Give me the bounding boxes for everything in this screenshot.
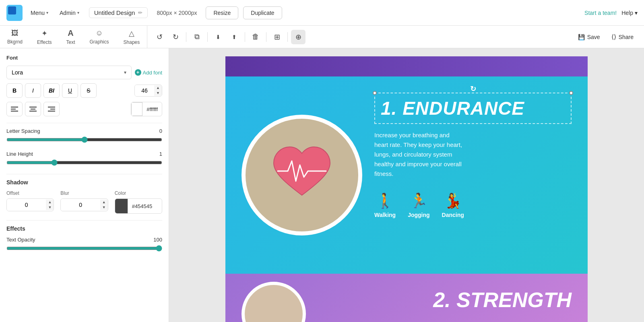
text-color-picker[interactable]: #ffffff [131, 102, 162, 116]
canvas-circle-wrap [242, 89, 362, 262]
activity-row: 🚶 Walking 🏃 Jogging 💃 Dancing [374, 188, 572, 218]
resize-button[interactable]: Resize [206, 6, 238, 19]
size-arrows: ▲ ▼ [154, 85, 162, 96]
align-center-button[interactable] [25, 102, 41, 116]
app-logo[interactable] [6, 5, 23, 21]
shadow-blur-down[interactable]: ▼ [100, 205, 108, 210]
save-button[interactable]: 💾 Save [574, 31, 604, 43]
line-height-section: Line Height 1 [6, 151, 162, 167]
shadow-blur-field: Blur ▲ ▼ [60, 190, 108, 214]
dimensions-button[interactable]: 800px × 2000px [153, 7, 201, 19]
edit-title-icon: ✏ [138, 10, 142, 16]
endurance-title-box[interactable]: 1. ENDURANCE [374, 93, 572, 124]
tab-shapes[interactable]: △ Shapes [116, 26, 147, 48]
shadow-blur-input[interactable]: ▲ ▼ [60, 198, 108, 211]
toolbar-tabs: 🖼 Bkgrnd ✦ Effects A Text ☺ Graphics △ S… [0, 26, 147, 48]
shadow-blur-value[interactable] [61, 199, 100, 211]
undo-button[interactable]: ↺ [152, 30, 167, 44]
letter-spacing-slider[interactable] [6, 136, 162, 143]
font-section-label: Font [6, 55, 162, 61]
add-font-plus-icon: + [135, 69, 141, 76]
text-opacity-header: Text Opacity 100 [6, 237, 162, 243]
effects-header: Effects [6, 225, 162, 232]
main-content: Font Lora ▾ + Add font B I BI U S [0, 48, 644, 322]
shadow-controls: Offset ▲ ▼ Blur ▲ [6, 190, 162, 214]
bold-button[interactable]: B [6, 83, 23, 98]
selection-handle-tl [373, 91, 377, 95]
tab-graphics[interactable]: ☺ Graphics [83, 26, 116, 48]
toolbar-right: 💾 Save ⟨⟩ Share [568, 31, 644, 43]
size-up-button[interactable]: ▲ [154, 85, 162, 91]
divider-1 [6, 123, 162, 123]
letter-spacing-value: 0 [159, 128, 162, 134]
toolbar: 🖼 Bkgrnd ✦ Effects A Text ☺ Graphics △ S… [0, 26, 644, 48]
shapes-icon: △ [129, 29, 134, 38]
shadow-color-picker[interactable]: #454545 [115, 198, 162, 214]
help-button[interactable]: Help ▾ [621, 10, 638, 16]
grid-button[interactable]: ⊞ [270, 30, 284, 44]
share-icon: ⟨⟩ [611, 33, 616, 41]
shadow-offset-value[interactable] [7, 199, 46, 211]
delete-button[interactable]: 🗑 [248, 30, 263, 44]
italic-button[interactable]: I [25, 83, 41, 98]
font-size-field[interactable] [135, 85, 154, 96]
shadow-offset-input[interactable]: ▲ ▼ [6, 198, 54, 211]
admin-chevron-icon: ▾ [77, 10, 79, 15]
add-font-button[interactable]: + Add font [135, 69, 162, 76]
shadow-offset-label: Offset [6, 190, 54, 196]
tab-effects[interactable]: ✦ Effects [30, 26, 59, 48]
shadow-blur-up[interactable]: ▲ [100, 200, 108, 205]
shadow-offset-up[interactable]: ▲ [46, 200, 54, 205]
layer-down-button[interactable]: ⬇︎ [211, 30, 225, 44]
heart-icon [266, 139, 338, 211]
effects-section: Effects Text Opacity 100 [6, 225, 162, 253]
format-row: B I BI U S ▲ ▼ [6, 83, 162, 98]
tab-text[interactable]: A Text [59, 26, 83, 48]
text-color-value: #ffffff [142, 104, 162, 115]
underline-button[interactable]: U [62, 83, 78, 98]
design-title[interactable]: Untitled Design ✏ [89, 7, 148, 18]
effects-icon: ✦ [41, 29, 47, 38]
canvas-circle [242, 115, 362, 235]
text-opacity-slider[interactable] [6, 245, 162, 252]
align-left-button[interactable] [6, 102, 23, 116]
magnet-button[interactable]: ⊕ [291, 30, 305, 44]
align-right-button[interactable] [43, 102, 60, 116]
copy-button[interactable]: ⧉ [190, 30, 204, 44]
text-color-swatch [131, 102, 142, 116]
start-team-button[interactable]: Start a team! [584, 10, 617, 16]
walking-label: Walking [374, 212, 396, 218]
shadow-color-label: Color [115, 190, 162, 196]
activity-item-walking: 🚶 Walking [374, 192, 396, 218]
redo-button[interactable]: ↻ [168, 30, 183, 44]
help-chevron-icon: ▾ [635, 10, 638, 16]
activity-item-jogging: 🏃 Jogging [408, 192, 429, 218]
rotate-handle[interactable]: ↻ [470, 85, 476, 93]
tab-bkgrnd[interactable]: 🖼 Bkgrnd [0, 26, 30, 48]
admin-button[interactable]: Admin ▾ [56, 7, 83, 19]
toolbar-divider-3 [245, 32, 245, 42]
share-button[interactable]: ⟨⟩ Share [607, 31, 638, 43]
size-down-button[interactable]: ▼ [154, 91, 162, 96]
line-height-slider[interactable] [6, 159, 162, 166]
line-height-label: Line Height [6, 151, 33, 157]
font-size-input[interactable]: ▲ ▼ [134, 85, 162, 97]
walking-icon: 🚶 [376, 192, 394, 209]
top-bar: Menu ▾ Admin ▾ Untitled Design ✏ 800px ×… [0, 0, 644, 26]
dancing-label: Dancing [442, 212, 464, 218]
text-icon: A [68, 29, 73, 38]
bold-italic-button[interactable]: BI [43, 83, 60, 98]
canvas-main-section: ↻ 1. ENDURANCE Increase your breathing a… [225, 76, 588, 274]
strikethrough-button[interactable]: S [80, 83, 97, 98]
canvas-right-content: ↻ 1. ENDURANCE Increase your breathing a… [374, 89, 572, 262]
shadow-color-field: Color #454545 [115, 190, 162, 214]
font-select[interactable]: Lora ▾ [6, 66, 132, 79]
selection-handle-tr [569, 91, 573, 95]
line-height-value: 1 [159, 151, 162, 157]
divider-2 [6, 174, 162, 174]
shadow-section: Shadow Offset ▲ ▼ Blur [6, 179, 162, 214]
duplicate-button[interactable]: Duplicate [243, 6, 282, 19]
layer-up-button[interactable]: ⬆︎ [227, 30, 242, 44]
menu-button[interactable]: Menu ▾ [27, 7, 52, 19]
shadow-offset-down[interactable]: ▼ [46, 205, 54, 210]
